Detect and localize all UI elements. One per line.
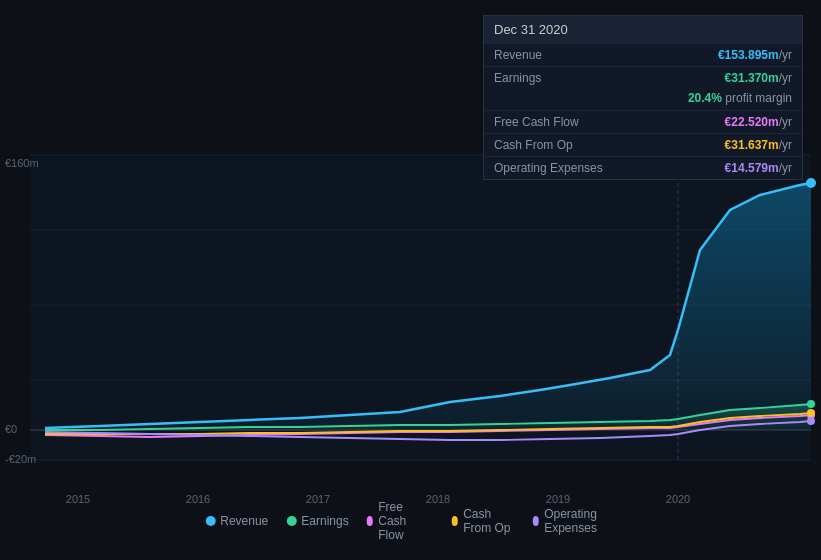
legend-dot-opex	[533, 516, 540, 526]
legend-fcf[interactable]: Free Cash Flow	[367, 500, 434, 542]
chart-container: €160m €0 -€20m 2015 2016 2017 2018 2019 …	[0, 0, 821, 560]
legend-dot-revenue	[205, 516, 215, 526]
tooltip-revenue-row: Revenue €153.895m/yr	[484, 43, 802, 66]
y-label-zero: €0	[5, 423, 17, 435]
legend-dot-fcf	[367, 516, 374, 526]
tooltip-panel: Dec 31 2020 Revenue €153.895m/yr Earning…	[483, 15, 803, 180]
legend-label-cfo: Cash From Op	[463, 507, 514, 535]
tooltip-cfo-value: €31.637m/yr	[725, 138, 792, 152]
legend-earnings[interactable]: Earnings	[286, 514, 348, 528]
chart-legend: Revenue Earnings Free Cash Flow Cash Fro…	[205, 500, 616, 542]
tooltip-profit-margin: 20.4% profit margin	[688, 91, 792, 105]
tooltip-opex-value: €14.579m/yr	[725, 161, 792, 175]
tooltip-earnings-label: Earnings	[494, 71, 541, 85]
svg-point-10	[807, 400, 815, 408]
svg-point-13	[807, 417, 815, 425]
tooltip-earnings-row: Earnings €31.370m/yr	[484, 66, 802, 89]
legend-label-revenue: Revenue	[220, 514, 268, 528]
legend-label-opex: Operating Expenses	[544, 507, 616, 535]
y-label-negative: -€20m	[5, 453, 36, 465]
tooltip-cfo-label: Cash From Op	[494, 138, 573, 152]
tooltip-revenue-value: €153.895m/yr	[718, 48, 792, 62]
legend-label-earnings: Earnings	[301, 514, 348, 528]
tooltip-date: Dec 31 2020	[484, 16, 802, 43]
tooltip-cfo-row: Cash From Op €31.637m/yr	[484, 133, 802, 156]
legend-revenue[interactable]: Revenue	[205, 514, 268, 528]
tooltip-profit-margin-row: 20.4% profit margin	[484, 89, 802, 110]
tooltip-opex-row: Operating Expenses €14.579m/yr	[484, 156, 802, 179]
legend-opex[interactable]: Operating Expenses	[533, 507, 616, 535]
legend-dot-earnings	[286, 516, 296, 526]
svg-point-12	[807, 409, 815, 417]
tooltip-opex-label: Operating Expenses	[494, 161, 603, 175]
tooltip-fcf-label: Free Cash Flow	[494, 115, 579, 129]
x-label-2020: 2020	[666, 493, 690, 505]
tooltip-revenue-label: Revenue	[494, 48, 542, 62]
tooltip-fcf-row: Free Cash Flow €22.520m/yr	[484, 110, 802, 133]
y-label-top: €160m	[5, 157, 39, 169]
legend-cfo[interactable]: Cash From Op	[452, 507, 515, 535]
x-label-2015: 2015	[66, 493, 90, 505]
legend-dot-cfo	[452, 516, 459, 526]
tooltip-earnings-value: €31.370m/yr	[725, 71, 792, 85]
tooltip-fcf-value: €22.520m/yr	[725, 115, 792, 129]
legend-label-fcf: Free Cash Flow	[378, 500, 433, 542]
svg-point-9	[806, 178, 816, 188]
